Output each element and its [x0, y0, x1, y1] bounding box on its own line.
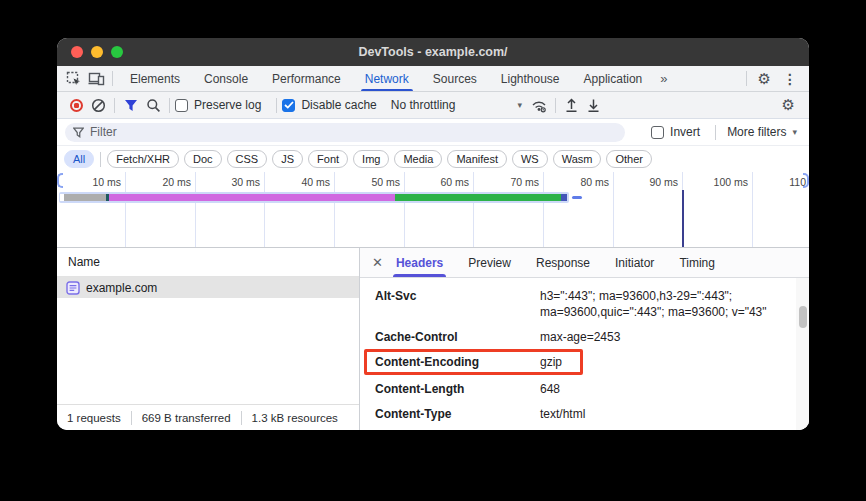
tab-elements[interactable]: Elements: [118, 66, 192, 91]
tab-performance[interactable]: Performance: [260, 66, 353, 91]
header-row-content-encoding[interactable]: Content-Encoding gzip: [375, 354, 789, 370]
active-detail-tab-underline: [393, 274, 446, 277]
name-column-header[interactable]: Name: [57, 248, 359, 277]
waterfall-segment-content: [395, 194, 561, 201]
main-tab-bar: Elements Console Performance Network Sou…: [57, 66, 809, 92]
selection-handle-right[interactable]: [803, 173, 809, 188]
header-value: 648: [540, 381, 772, 397]
network-settings-gear-icon[interactable]: ⚙: [776, 96, 801, 114]
more-filters-button[interactable]: More filters: [727, 125, 786, 139]
header-name: Content-Encoding: [375, 354, 540, 370]
tab-initiator[interactable]: Initiator: [615, 248, 654, 277]
tab-preview[interactable]: Preview: [468, 248, 511, 277]
chip-img[interactable]: Img: [353, 150, 389, 168]
tab-lighthouse[interactable]: Lighthouse: [489, 66, 572, 91]
selection-handle-left[interactable]: [57, 173, 63, 188]
waterfall-segment-queueing: [64, 194, 107, 201]
zoom-window-button[interactable]: [111, 46, 123, 58]
invert-checkbox[interactable]: [651, 126, 664, 139]
divider: [112, 71, 113, 86]
summary-bar: 1 requests 669 B transferred 1.3 kB reso…: [57, 404, 359, 430]
dom-content-loaded-marker: [682, 190, 684, 248]
chip-wasm[interactable]: Wasm: [553, 150, 602, 168]
divider: [100, 152, 101, 167]
settings-gear-icon[interactable]: ⚙: [752, 70, 777, 88]
gridline: [543, 172, 544, 247]
active-tab-underline: [361, 89, 413, 92]
tab-timing[interactable]: Timing: [679, 248, 715, 277]
header-value: gzip: [540, 354, 772, 370]
gridline: [473, 172, 474, 247]
tick-label: 30 ms: [208, 176, 260, 188]
chip-manifest[interactable]: Manifest: [447, 150, 507, 168]
request-row-example-com[interactable]: example.com: [57, 277, 359, 298]
invert-label[interactable]: Invert: [670, 125, 700, 139]
network-main-area: Name example.com 1 requests 669 B transf…: [57, 248, 809, 430]
gridline: [752, 172, 753, 247]
waterfall-overflow-dash: [572, 196, 582, 200]
tab-application[interactable]: Application: [572, 66, 655, 91]
gridline: [125, 172, 126, 247]
gridline: [613, 172, 614, 247]
network-conditions-icon[interactable]: [528, 94, 550, 116]
window-title: DevTools - example.com/: [57, 45, 809, 59]
scrollbar-thumb[interactable]: [799, 306, 807, 328]
close-window-button[interactable]: [71, 46, 83, 58]
chip-all[interactable]: All: [64, 150, 94, 168]
filter-input[interactable]: Filter: [65, 123, 625, 142]
disable-cache-checkbox[interactable]: [282, 99, 295, 112]
tick-label: 40 ms: [278, 176, 330, 188]
minimize-window-button[interactable]: [91, 46, 103, 58]
preserve-log-label[interactable]: Preserve log: [194, 98, 261, 112]
more-tabs-chevron-icon[interactable]: »: [654, 71, 672, 86]
network-overview-timeline[interactable]: 10 ms 20 ms 30 ms 40 ms 50 ms 60 ms 70 m…: [57, 172, 809, 248]
filter-funnel-small-icon: [73, 127, 84, 138]
tab-sources[interactable]: Sources: [421, 66, 489, 91]
gridline: [195, 172, 196, 247]
header-row-alt-svc[interactable]: Alt-Svc h3=":443"; ma=93600,h3-29=":443"…: [375, 288, 789, 320]
header-row-cache-control[interactable]: Cache-Control max-age=2453: [375, 329, 789, 345]
chevron-down-icon: ▾: [792, 127, 797, 137]
throttling-dropdown[interactable]: No throttling ▾: [391, 98, 522, 112]
chip-other[interactable]: Other: [606, 150, 652, 168]
preserve-log-checkbox[interactable]: [175, 99, 188, 112]
vertical-scrollbar[interactable]: [796, 278, 809, 430]
chip-fetch-xhr[interactable]: Fetch/XHR: [107, 150, 179, 168]
header-row-content-length[interactable]: Content-Length 648: [375, 381, 789, 397]
chip-ws[interactable]: WS: [512, 150, 548, 168]
header-value: text/html: [540, 406, 772, 422]
tick-label: 50 ms: [348, 176, 400, 188]
disable-cache-label[interactable]: Disable cache: [301, 98, 376, 112]
tab-network[interactable]: Network: [353, 66, 421, 91]
import-har-icon[interactable]: [561, 94, 583, 116]
divider: [169, 98, 170, 113]
device-toolbar-icon[interactable]: [85, 69, 107, 89]
chip-js[interactable]: JS: [272, 150, 303, 168]
filter-placeholder: Filter: [90, 125, 117, 139]
record-network-log-button[interactable]: [65, 94, 87, 116]
close-details-icon[interactable]: ✕: [372, 255, 383, 270]
tick-label: 100 ms: [696, 176, 748, 188]
divider: [114, 98, 115, 113]
tab-response[interactable]: Response: [536, 248, 590, 277]
divider: [715, 125, 716, 140]
tick-label: 20 ms: [139, 176, 191, 188]
chip-css[interactable]: CSS: [227, 150, 268, 168]
gridline: [404, 172, 405, 247]
header-row-content-type[interactable]: Content-Type text/html: [375, 406, 789, 422]
titlebar: DevTools - example.com/: [57, 38, 809, 66]
tab-headers[interactable]: Headers: [396, 248, 443, 277]
tab-console[interactable]: Console: [192, 66, 260, 91]
export-har-icon[interactable]: [583, 94, 605, 116]
search-icon[interactable]: [142, 94, 164, 116]
chip-media[interactable]: Media: [394, 150, 442, 168]
inspect-element-icon[interactable]: [63, 69, 85, 89]
chip-font[interactable]: Font: [308, 150, 348, 168]
waterfall-segment-end-cap: [561, 194, 567, 201]
filter-funnel-icon[interactable]: [120, 94, 142, 116]
kebab-menu-icon[interactable]: ⋮: [777, 71, 803, 87]
resource-type-filter-bar: All Fetch/XHR Doc CSS JS Font Img Media …: [57, 146, 809, 172]
clear-network-log-icon[interactable]: [87, 94, 109, 116]
chip-doc[interactable]: Doc: [184, 150, 222, 168]
document-icon: [66, 281, 80, 295]
